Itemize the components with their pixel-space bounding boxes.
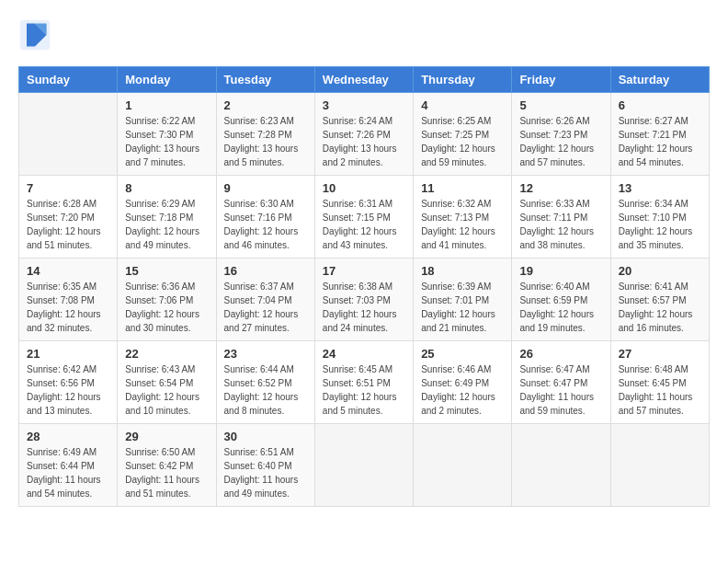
weekday-header: Tuesday — [216, 67, 314, 93]
day-info: Sunrise: 6:44 AM Sunset: 6:52 PM Dayligh… — [224, 362, 307, 418]
day-info: Sunrise: 6:24 AM Sunset: 7:26 PM Dayligh… — [323, 114, 405, 169]
day-info: Sunrise: 6:29 AM Sunset: 7:18 PM Dayligh… — [125, 197, 208, 252]
day-number: 29 — [125, 430, 208, 443]
calendar-cell: 6Sunrise: 6:27 AM Sunset: 7:21 PM Daylig… — [610, 93, 709, 176]
day-info: Sunrise: 6:31 AM Sunset: 7:15 PM Dayligh… — [323, 197, 405, 252]
day-number: 14 — [27, 264, 109, 278]
day-number: 27 — [619, 347, 701, 361]
calendar-cell: 11Sunrise: 6:32 AM Sunset: 7:13 PM Dayli… — [414, 176, 512, 259]
day-number: 1 — [125, 98, 208, 112]
day-info: Sunrise: 6:23 AM Sunset: 7:28 PM Dayligh… — [224, 114, 307, 169]
day-info: Sunrise: 6:22 AM Sunset: 7:30 PM Dayligh… — [125, 114, 208, 169]
calendar-cell: 2Sunrise: 6:23 AM Sunset: 7:28 PM Daylig… — [216, 93, 314, 176]
weekday-header: Friday — [512, 67, 610, 93]
day-number: 18 — [421, 264, 504, 278]
calendar-cell: 25Sunrise: 6:46 AM Sunset: 6:49 PM Dayli… — [414, 341, 512, 424]
day-number: 20 — [619, 264, 701, 278]
calendar-cell: 27Sunrise: 6:48 AM Sunset: 6:45 PM Dayli… — [610, 341, 709, 424]
weekday-header: Wednesday — [314, 67, 413, 93]
day-info: Sunrise: 6:30 AM Sunset: 7:16 PM Dayligh… — [224, 197, 307, 252]
calendar-cell — [19, 93, 118, 176]
day-number: 4 — [421, 98, 504, 112]
calendar-cell: 22Sunrise: 6:43 AM Sunset: 6:54 PM Dayli… — [118, 341, 216, 424]
day-number: 22 — [125, 347, 208, 361]
day-info: Sunrise: 6:49 AM Sunset: 6:44 PM Dayligh… — [27, 445, 109, 500]
day-info: Sunrise: 6:43 AM Sunset: 6:54 PM Dayligh… — [125, 362, 208, 418]
day-number: 24 — [323, 347, 405, 361]
day-info: Sunrise: 6:32 AM Sunset: 7:13 PM Dayligh… — [421, 197, 504, 252]
weekday-header: Thursday — [414, 67, 512, 93]
weekday-header: Saturday — [610, 67, 709, 93]
day-info: Sunrise: 6:35 AM Sunset: 7:08 PM Dayligh… — [27, 280, 109, 335]
calendar-cell: 8Sunrise: 6:29 AM Sunset: 7:18 PM Daylig… — [118, 176, 216, 259]
day-info: Sunrise: 6:34 AM Sunset: 7:10 PM Dayligh… — [619, 197, 701, 252]
calendar-cell: 17Sunrise: 6:38 AM Sunset: 7:03 PM Dayli… — [314, 259, 413, 341]
day-info: Sunrise: 6:33 AM Sunset: 7:11 PM Dayligh… — [519, 197, 602, 252]
calendar-week-row: 14Sunrise: 6:35 AM Sunset: 7:08 PM Dayli… — [19, 259, 710, 341]
weekday-header: Monday — [118, 67, 216, 93]
day-info: Sunrise: 6:51 AM Sunset: 6:40 PM Dayligh… — [224, 445, 307, 500]
day-number: 8 — [125, 181, 208, 195]
day-number: 11 — [421, 181, 504, 195]
day-info: Sunrise: 6:28 AM Sunset: 7:20 PM Dayligh… — [27, 197, 109, 252]
weekday-row: SundayMondayTuesdayWednesdayThursdayFrid… — [19, 67, 710, 93]
day-number: 19 — [519, 264, 602, 278]
calendar-week-row: 28Sunrise: 6:49 AM Sunset: 6:44 PM Dayli… — [19, 424, 710, 507]
day-number: 5 — [519, 98, 602, 112]
day-info: Sunrise: 6:46 AM Sunset: 6:49 PM Dayligh… — [421, 362, 504, 418]
day-number: 23 — [224, 347, 307, 361]
calendar-cell: 10Sunrise: 6:31 AM Sunset: 7:15 PM Dayli… — [314, 176, 413, 259]
day-number: 30 — [224, 430, 307, 443]
day-number: 10 — [323, 181, 405, 195]
calendar-cell: 18Sunrise: 6:39 AM Sunset: 7:01 PM Dayli… — [414, 259, 512, 341]
day-info: Sunrise: 6:25 AM Sunset: 7:25 PM Dayligh… — [421, 114, 504, 169]
calendar-body: 1Sunrise: 6:22 AM Sunset: 7:30 PM Daylig… — [19, 93, 710, 507]
calendar-cell: 5Sunrise: 6:26 AM Sunset: 7:23 PM Daylig… — [512, 93, 610, 176]
day-info: Sunrise: 6:42 AM Sunset: 6:56 PM Dayligh… — [27, 362, 109, 418]
day-number: 26 — [519, 347, 602, 361]
calendar-table: SundayMondayTuesdayWednesdayThursdayFrid… — [18, 66, 710, 507]
logo-icon — [18, 18, 51, 52]
day-info: Sunrise: 6:37 AM Sunset: 7:04 PM Dayligh… — [224, 280, 307, 335]
day-number: 28 — [27, 430, 109, 443]
calendar-cell: 16Sunrise: 6:37 AM Sunset: 7:04 PM Dayli… — [216, 259, 314, 341]
calendar-cell: 30Sunrise: 6:51 AM Sunset: 6:40 PM Dayli… — [216, 424, 314, 507]
day-info: Sunrise: 6:50 AM Sunset: 6:42 PM Dayligh… — [125, 445, 208, 500]
calendar-cell: 9Sunrise: 6:30 AM Sunset: 7:16 PM Daylig… — [216, 176, 314, 259]
day-info: Sunrise: 6:39 AM Sunset: 7:01 PM Dayligh… — [421, 280, 504, 335]
day-info: Sunrise: 6:40 AM Sunset: 6:59 PM Dayligh… — [519, 280, 602, 335]
calendar-cell: 12Sunrise: 6:33 AM Sunset: 7:11 PM Dayli… — [512, 176, 610, 259]
calendar-cell: 7Sunrise: 6:28 AM Sunset: 7:20 PM Daylig… — [19, 176, 118, 259]
calendar-week-row: 1Sunrise: 6:22 AM Sunset: 7:30 PM Daylig… — [19, 93, 710, 176]
day-number: 13 — [619, 181, 701, 195]
day-number: 15 — [125, 264, 208, 278]
calendar-cell: 26Sunrise: 6:47 AM Sunset: 6:47 PM Dayli… — [512, 341, 610, 424]
calendar-cell: 3Sunrise: 6:24 AM Sunset: 7:26 PM Daylig… — [314, 93, 413, 176]
day-number: 21 — [27, 347, 109, 361]
calendar-cell: 13Sunrise: 6:34 AM Sunset: 7:10 PM Dayli… — [610, 176, 709, 259]
calendar-cell: 24Sunrise: 6:45 AM Sunset: 6:51 PM Dayli… — [314, 341, 413, 424]
weekday-header: Sunday — [19, 67, 118, 93]
calendar-cell: 14Sunrise: 6:35 AM Sunset: 7:08 PM Dayli… — [19, 259, 118, 341]
calendar-cell: 23Sunrise: 6:44 AM Sunset: 6:52 PM Dayli… — [216, 341, 314, 424]
calendar-cell — [512, 424, 610, 507]
logo — [18, 18, 57, 52]
calendar-week-row: 21Sunrise: 6:42 AM Sunset: 6:56 PM Dayli… — [19, 341, 710, 424]
calendar-cell: 28Sunrise: 6:49 AM Sunset: 6:44 PM Dayli… — [19, 424, 118, 507]
calendar-cell — [314, 424, 413, 507]
calendar-cell: 21Sunrise: 6:42 AM Sunset: 6:56 PM Dayli… — [19, 341, 118, 424]
day-number: 2 — [224, 98, 307, 112]
day-info: Sunrise: 6:41 AM Sunset: 6:57 PM Dayligh… — [619, 280, 701, 335]
calendar-cell: 20Sunrise: 6:41 AM Sunset: 6:57 PM Dayli… — [610, 259, 709, 341]
day-info: Sunrise: 6:48 AM Sunset: 6:45 PM Dayligh… — [619, 362, 701, 418]
day-info: Sunrise: 6:26 AM Sunset: 7:23 PM Dayligh… — [519, 114, 602, 169]
calendar-cell: 29Sunrise: 6:50 AM Sunset: 6:42 PM Dayli… — [118, 424, 216, 507]
day-info: Sunrise: 6:38 AM Sunset: 7:03 PM Dayligh… — [323, 280, 405, 335]
calendar-cell: 15Sunrise: 6:36 AM Sunset: 7:06 PM Dayli… — [118, 259, 216, 341]
day-number: 9 — [224, 181, 307, 195]
day-number: 7 — [27, 181, 109, 195]
day-number: 6 — [619, 98, 701, 112]
calendar-cell: 19Sunrise: 6:40 AM Sunset: 6:59 PM Dayli… — [512, 259, 610, 341]
calendar-cell — [610, 424, 709, 507]
page-header — [18, 18, 710, 52]
